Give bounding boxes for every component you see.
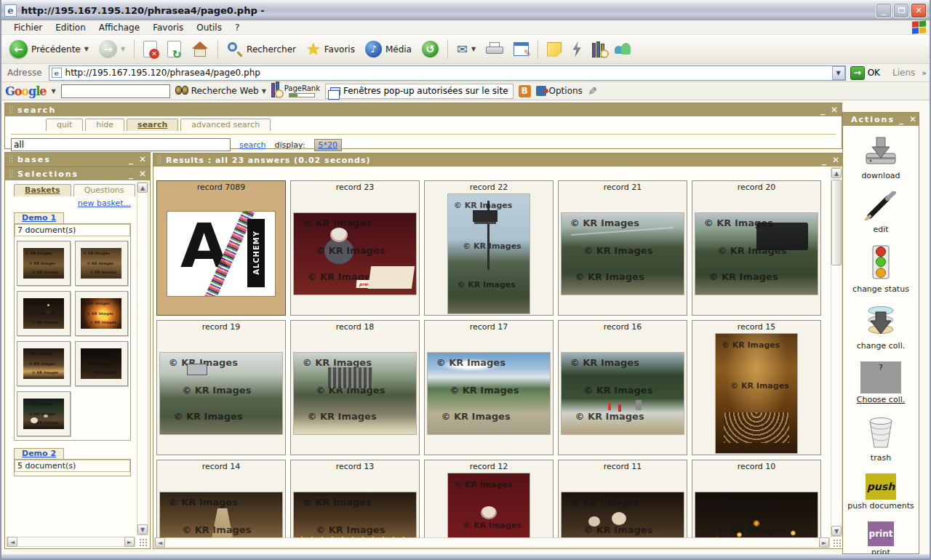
- selections-vertical-scrollbar[interactable]: ▲ ▼: [137, 182, 148, 535]
- scrollbar-thumb[interactable]: [831, 180, 842, 265]
- search-panel-minimize[interactable]: _: [820, 105, 825, 114]
- action-choose-coll[interactable]: ?Choose coll.: [857, 361, 906, 404]
- basket-link[interactable]: Demo 1: [22, 213, 56, 223]
- back-dropdown-icon[interactable]: ▼: [84, 46, 89, 52]
- selections-panel-close[interactable]: ✕: [139, 169, 146, 178]
- quick-launch-button[interactable]: [568, 39, 586, 60]
- google-dropdown-icon[interactable]: ▼: [51, 88, 55, 95]
- links-label[interactable]: Liens: [890, 68, 918, 78]
- action-push-documents[interactable]: pushpush documents: [847, 473, 914, 511]
- title-bar[interactable]: e http://195.167.195.120/phrasea4/page0.…: [1, 0, 930, 20]
- action-trash[interactable]: trash: [866, 415, 896, 463]
- home-button[interactable]: [188, 39, 212, 60]
- google-search-input[interactable]: [61, 84, 170, 98]
- result-record[interactable]: record 17© KR Images© KR Images© KR Imag…: [424, 320, 554, 455]
- back-button[interactable]: ← Précédente ▼: [6, 38, 92, 60]
- scroll-down-icon[interactable]: ▼: [831, 526, 842, 536]
- menu-item-favoris[interactable]: Favoris: [146, 21, 190, 34]
- result-record[interactable]: record 23© KR Images© KR Images© KR Imag…: [290, 180, 420, 316]
- resize-grip-icon[interactable]: [138, 537, 148, 547]
- result-record[interactable]: record 15© KR Images© KR Images© KR Imag…: [692, 320, 821, 455]
- media-button[interactable]: ♪ Média: [361, 39, 415, 60]
- drag-grip-icon[interactable]: [9, 169, 13, 178]
- google-logo[interactable]: Google: [5, 84, 46, 98]
- basket-thumbnail[interactable]: © KR Images© KR Images© KR Images: [17, 241, 71, 286]
- basket-thumbnail[interactable]: © KR Images© KR Images© KR Images: [75, 341, 129, 386]
- basket-thumbnail[interactable]: © KR Images© KR Images© KR Images: [75, 241, 129, 286]
- search-panel-titlebar[interactable]: search _ ✕: [5, 103, 842, 116]
- results-panel-titlebar[interactable]: Results : all 23 answers (0.02 seconds) …: [153, 153, 843, 167]
- address-input[interactable]: e http://195.167.195.120/phrasea4/page0.…: [49, 65, 846, 81]
- menu-item-edition[interactable]: Edition: [49, 21, 92, 34]
- restore-button[interactable]: [893, 3, 909, 18]
- drag-grip-icon[interactable]: [9, 155, 13, 164]
- history-button[interactable]: ↺: [418, 39, 442, 60]
- messenger-button[interactable]: [611, 39, 636, 60]
- minimize-button[interactable]: _: [876, 3, 892, 18]
- discuss-button[interactable]: [543, 40, 565, 59]
- menu-item-outils[interactable]: Outils: [190, 21, 228, 34]
- print-button[interactable]: [482, 40, 507, 59]
- push-icon[interactable]: push: [866, 473, 896, 500]
- tab-questions[interactable]: Questions: [73, 184, 135, 196]
- results-horizontal-scrollbar[interactable]: ◄ ►: [154, 537, 830, 548]
- basket-thumbnail[interactable]: © KR Images© KR Images© KR Images: [17, 341, 71, 386]
- site-info-icon[interactable]: [271, 84, 279, 97]
- tab-advanced-search[interactable]: advanced search: [180, 119, 271, 131]
- popup-blocker-button[interactable]: Fenêtres pop-up autorisées sur le site: [325, 84, 514, 99]
- favorites-button[interactable]: ★ Favoris: [303, 39, 359, 60]
- scroll-right-icon[interactable]: ►: [124, 537, 135, 547]
- query-input[interactable]: [11, 138, 231, 151]
- display-mode-button[interactable]: 5*20: [314, 139, 343, 151]
- basket-name-link[interactable]: Demo 2: [14, 448, 64, 459]
- basket-thumbnail[interactable]: © KR Images© KR Images© KR Images: [17, 291, 71, 336]
- tab-hide[interactable]: hide: [85, 119, 124, 131]
- selections-panel-minimize[interactable]: _: [129, 169, 133, 178]
- web-search-dropdown-icon[interactable]: ▼: [262, 88, 266, 95]
- refresh-button[interactable]: ↻: [164, 39, 185, 60]
- scroll-left-icon[interactable]: ◄: [155, 537, 165, 548]
- scroll-up-icon[interactable]: ▲: [831, 168, 842, 178]
- new-basket-link[interactable]: new basket...: [5, 199, 131, 208]
- actions-panel-minimize[interactable]: _: [899, 115, 903, 124]
- bases-panel-titlebar[interactable]: bases _ ✕: [5, 153, 150, 166]
- result-record[interactable]: record 13© KR Images© KR Images© KR Imag…: [290, 460, 420, 537]
- links-chevron-icon[interactable]: »: [922, 68, 927, 78]
- drag-grip-icon[interactable]: [9, 105, 13, 114]
- mail-button[interactable]: ✉ ▼: [453, 39, 479, 59]
- basket-link[interactable]: Demo 2: [22, 449, 56, 458]
- basket-thumbnail[interactable]: © KR Images© KR Images© KR Images: [75, 291, 129, 336]
- tab-search[interactable]: search: [127, 119, 178, 131]
- action-edit[interactable]: edit: [864, 191, 898, 234]
- result-record[interactable]: record 16© KR Images© KR Images© KR Imag…: [558, 320, 687, 455]
- scroll-up-icon[interactable]: ▲: [137, 183, 148, 193]
- search-submit-link[interactable]: search: [239, 140, 266, 150]
- result-record[interactable]: record 22© KR Images© KR Images© KR Imag…: [424, 180, 554, 316]
- tab-quit[interactable]: quit: [46, 119, 83, 131]
- go-button[interactable]: → OK: [849, 65, 886, 81]
- selections-panel-titlebar[interactable]: Selections _ ✕: [5, 167, 150, 180]
- close-button[interactable]: ✕: [911, 3, 927, 18]
- result-record[interactable]: record 7089AALCHEMY: [156, 180, 286, 316]
- result-record[interactable]: record 18© KR Images© KR Images© KR Imag…: [290, 320, 420, 455]
- pagerank-indicator[interactable]: PageRank: [284, 85, 320, 97]
- tab-baskets[interactable]: Baskets: [14, 184, 71, 196]
- action-download[interactable]: download: [861, 136, 900, 180]
- resize-grip-icon[interactable]: [832, 538, 842, 548]
- actions-panel-titlebar[interactable]: Actions _ ✕: [843, 113, 919, 126]
- results-panel-close[interactable]: ✕: [832, 156, 839, 164]
- forward-button[interactable]: → ▼: [95, 38, 129, 60]
- bases-panel-close[interactable]: ✕: [139, 155, 146, 164]
- scroll-left-icon[interactable]: ◄: [7, 537, 17, 547]
- search-panel-close[interactable]: ✕: [831, 105, 838, 114]
- print-icon[interactable]: print: [868, 521, 894, 546]
- results-vertical-scrollbar[interactable]: ▲ ▼: [831, 167, 842, 537]
- search-button[interactable]: Rechercher: [223, 39, 300, 60]
- action-print[interactable]: printprint: [868, 521, 894, 554]
- result-record[interactable]: record 10© KR Images© KR Images© KR Imag…: [692, 460, 821, 537]
- options-button[interactable]: Options: [536, 86, 583, 96]
- scroll-right-icon[interactable]: ►: [819, 537, 829, 548]
- result-record[interactable]: record 12© KR Images© KR Images© KR Imag…: [424, 460, 554, 537]
- web-search-button[interactable]: Recherche Web ▼: [175, 86, 266, 96]
- menu-item-affichage[interactable]: Affichage: [92, 21, 146, 34]
